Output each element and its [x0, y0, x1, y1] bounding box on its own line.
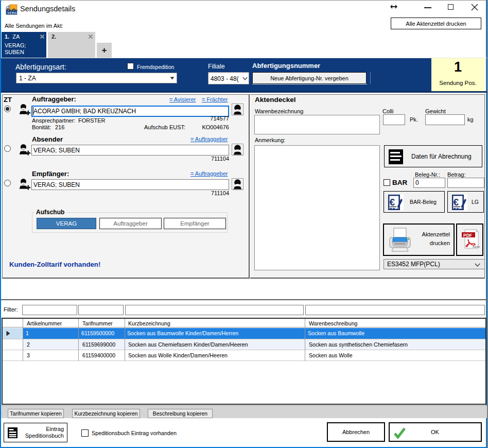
- svg-text:€: €: [453, 197, 459, 208]
- svg-text:€: €: [389, 197, 395, 208]
- svg-text:Adobe: Adobe: [473, 245, 480, 248]
- svg-text:PDF: PDF: [463, 233, 472, 238]
- svg-text:V E R A G: V E R A G: [8, 12, 18, 14]
